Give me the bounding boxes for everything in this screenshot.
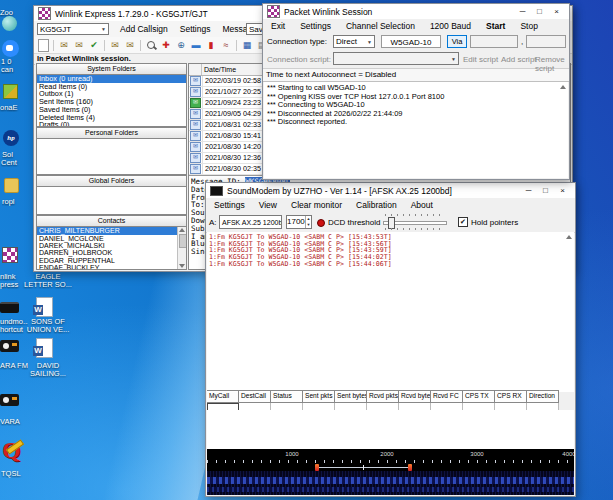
desktop-icon-zoom[interactable]	[2, 40, 19, 57]
message-icon-green: ✉	[190, 98, 201, 108]
move-cross-icon[interactable]: ✚	[160, 39, 172, 51]
scroll-up-arrow[interactable]	[179, 227, 185, 233]
save-icon[interactable]: ▦	[241, 39, 253, 51]
soundmodem-title: SoundModem by UZ7HO - Ver 1.14 - [AFSK A…	[227, 186, 452, 196]
table-header-cell: Status	[271, 391, 303, 403]
menu-settings[interactable]: Settings	[179, 24, 212, 34]
via-input-1[interactable]	[470, 35, 518, 48]
icon-column-header[interactable]	[189, 64, 202, 75]
minimize-button[interactable]: ─	[514, 5, 531, 18]
menu-clear-monitor[interactable]: Clear monitor	[290, 200, 343, 210]
desktop-icon-word-doc-david[interactable]	[36, 338, 53, 358]
lock-open-icon[interactable]: ✉	[109, 39, 121, 51]
menu-about[interactable]: About	[410, 200, 434, 210]
desktop-icon-winlink[interactable]	[2, 247, 18, 263]
mail-icon[interactable]: ✉	[73, 39, 85, 51]
folder-drafts[interactable]: Drafts (0)	[37, 121, 186, 127]
menu-settings[interactable]: Settings	[299, 21, 332, 31]
target-station-input[interactable]: W5GAD-10	[381, 35, 441, 48]
connection-type-label: Connection type:	[267, 37, 327, 46]
new-message-icon[interactable]	[38, 39, 49, 52]
date-column-header[interactable]: Date/Time▼	[202, 64, 270, 75]
table-header-cell: CPS RX	[495, 391, 527, 403]
scroll-up-arrow[interactable]	[560, 85, 566, 89]
high-tone-pointer[interactable]	[408, 464, 412, 471]
spinner-arrows-icon[interactable]: ▲▼	[305, 216, 311, 228]
connection-type-value: Direct	[336, 37, 357, 46]
desktop-icon-teal-app[interactable]	[2, 16, 17, 31]
remove-script-button[interactable]: Remove script	[535, 55, 569, 73]
menu-baud[interactable]: 1200 Baud	[429, 21, 472, 31]
desktop-icon-cube-app[interactable]	[3, 84, 18, 99]
comma-separator: ,	[521, 37, 523, 46]
personal-folders-list[interactable]	[36, 139, 187, 175]
connection-script-combo[interactable]: ▼	[333, 52, 459, 65]
menu-exit[interactable]: Exit	[270, 21, 286, 31]
soundmodem-app-icon	[210, 186, 223, 196]
desktop-icon-vara[interactable]	[0, 394, 19, 406]
globe-icon[interactable]: ⊕	[175, 39, 187, 51]
toolbar-separator	[140, 40, 141, 51]
contacts-scrollbar[interactable]	[177, 227, 186, 269]
contact-item[interactable]: CHRIS_MILTENBURGER	[37, 227, 186, 234]
mail-icon[interactable]: ✉	[58, 39, 70, 51]
contact-item[interactable]: DARREN_HOLBROOK	[37, 249, 186, 256]
packet-titlebar[interactable]: Packet Winlink Session ─ □ ×	[263, 4, 569, 19]
monitor-line: 1:Fm KG5GJT To W5GAD-10 <SABM C P> [15:4…	[209, 261, 564, 268]
contact-item[interactable]: DAREK_MICHALSKI	[37, 242, 186, 249]
battery-icon[interactable]: ▮	[205, 39, 217, 51]
menu-view[interactable]: View	[258, 200, 278, 210]
maximize-button[interactable]: □	[537, 184, 554, 197]
contact-item[interactable]: ENDAF_BUCKLEY	[37, 264, 186, 270]
close-button[interactable]: ×	[554, 184, 571, 197]
channel-label: A:	[209, 218, 217, 227]
desktop-icon-label: can	[1, 66, 23, 74]
freq-scale-label: 3000	[470, 451, 483, 457]
global-folders-list[interactable]	[36, 187, 187, 215]
contact-item[interactable]: EDGAR_RUPPENTHAL	[37, 257, 186, 264]
edit-script-button[interactable]: Edit script	[463, 55, 498, 64]
scrollbar-thumb[interactable]	[179, 234, 187, 248]
scroll-up-arrow[interactable]	[566, 235, 572, 239]
soundmodem-titlebar[interactable]: SoundModem by UZ7HO - Ver 1.14 - [AFSK A…	[206, 183, 575, 198]
menu-channel-selection[interactable]: Channel Selection	[345, 21, 416, 31]
table-header-cell: Sent bytes	[335, 391, 367, 403]
close-button[interactable]: ×	[548, 5, 565, 18]
scroll-down-arrow[interactable]	[179, 263, 185, 269]
hold-pointers-checkbox[interactable]: ✔	[458, 217, 468, 227]
spectrum-waterfall[interactable]: 1000 2000 3000 4000	[207, 449, 574, 495]
dcd-threshold-slider[interactable]	[383, 214, 447, 230]
callsign-combo[interactable]: KG5GJT▼	[37, 23, 109, 35]
session-log[interactable]: *** Starting to call W5GAD-10 *** Openin…	[264, 82, 568, 178]
search-icon[interactable]	[145, 39, 157, 51]
monitor-icon[interactable]: ▬	[190, 39, 202, 51]
center-freq-spinner[interactable]: 1700▲▼	[286, 215, 312, 229]
monitor-area[interactable]: 1:Fm KG5GJT To W5GAD-10 <SABM C P> [15:4…	[207, 232, 574, 392]
desktop-icon-yellow-app[interactable]	[4, 178, 19, 193]
via-input-2[interactable]	[526, 35, 566, 48]
menu-settings[interactable]: Settings	[213, 200, 246, 210]
connection-type-combo[interactable]: Direct▼	[333, 35, 375, 48]
desktop-icon-tqsl[interactable]: Q	[2, 438, 21, 462]
desktop-icon-hp[interactable]: hp	[3, 130, 19, 146]
desktop-icon-vara-fm[interactable]	[0, 340, 19, 352]
dcd-indicator-icon	[317, 219, 325, 227]
check-icon[interactable]: ✔	[88, 39, 100, 51]
menu-start[interactable]: Start	[485, 21, 506, 31]
menu-add-callsign[interactable]: Add Callsign	[119, 24, 169, 34]
lock-closed-icon[interactable]: ✉	[124, 39, 136, 51]
via-button[interactable]: Via	[447, 35, 467, 48]
menu-stop[interactable]: Stop	[519, 21, 539, 31]
maximize-button[interactable]: □	[531, 5, 548, 18]
center-tick	[363, 465, 364, 470]
signal-icon[interactable]: ≈	[220, 39, 232, 51]
minimize-button[interactable]: ─	[520, 184, 537, 197]
freq-scale-label: 4000	[562, 451, 574, 457]
contact-item[interactable]: DANIEL_MCGLONE	[37, 235, 186, 242]
menu-calibration[interactable]: Calibration	[355, 200, 398, 210]
low-tone-pointer[interactable]	[315, 464, 319, 471]
desktop-icon-soundmodem-shortcut[interactable]	[0, 302, 19, 313]
mode-combo[interactable]: AFSK AX.25 1200bd▼	[219, 215, 282, 229]
desktop-icon-word-doc-sons[interactable]	[36, 297, 53, 317]
add-script-button[interactable]: Add script	[501, 55, 537, 64]
